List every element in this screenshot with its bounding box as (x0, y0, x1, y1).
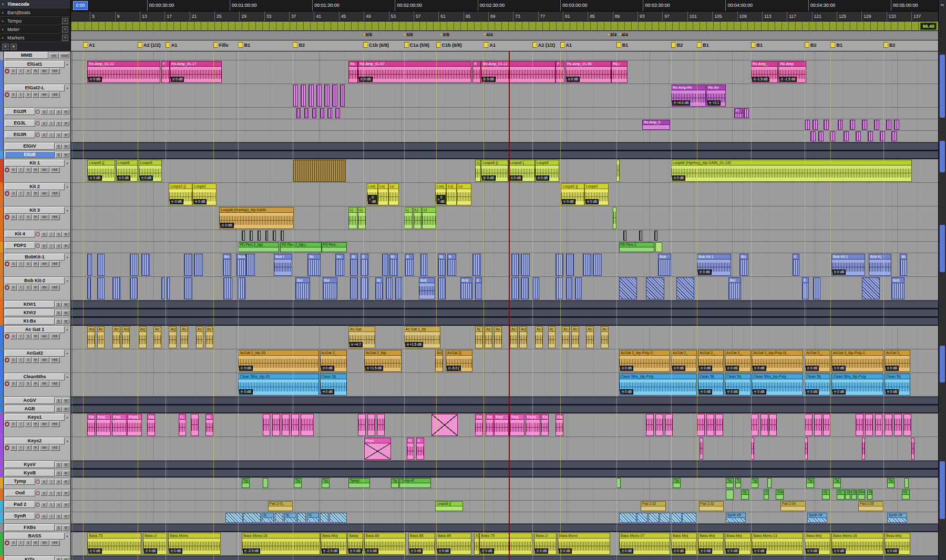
audio-clip[interactable] (361, 277, 368, 299)
track-button-s[interactable]: s (25, 357, 32, 363)
audio-clip[interactable]: Ac ( (112, 326, 120, 348)
timecode-ruler[interactable]: 0:00 00:00:30:0000:01:00:0000:01:30:0000… (71, 0, 938, 12)
add-markers-button[interactable]: + (62, 35, 68, 41)
audio-clip[interactable] (886, 120, 891, 130)
automation-read-button[interactable]: red (50, 214, 60, 220)
track-name[interactable]: ElGat2-L (5, 85, 65, 91)
mute-button[interactable]: M (63, 319, 69, 324)
track-name[interactable]: KtVr2 (5, 309, 55, 316)
track-name[interactable]: KITs (5, 556, 55, 560)
track-button-i[interactable]: i (17, 68, 24, 74)
audio-clip[interactable]: Tymp| (348, 478, 370, 488)
record-enable-button[interactable] (5, 215, 9, 220)
audio-clip[interactable] (273, 231, 276, 241)
track-button-i[interactable]: i (48, 109, 55, 115)
track-options-icon[interactable]: ▾ (65, 534, 69, 538)
marker-flag[interactable]: B1 (751, 42, 763, 48)
audio-clip[interactable] (751, 438, 755, 460)
audio-clip[interactable] (297, 513, 306, 523)
track-name[interactable]: Kit 4 (5, 231, 35, 237)
audio-clip[interactable]: Loops20 dB (584, 183, 609, 205)
audio-clip[interactable] (263, 414, 271, 436)
audio-clip[interactable] (813, 120, 818, 130)
expand-icon[interactable]: ▸ (2, 19, 6, 23)
audio-clip[interactable]: Bo (223, 254, 232, 276)
audio-clip[interactable] (623, 231, 626, 241)
track-lane-kysb[interactable] (71, 469, 938, 478)
audio-clip[interactable] (316, 85, 322, 107)
audio-clip[interactable] (575, 277, 582, 299)
audio-clip[interactable]: E| (474, 533, 479, 555)
track-button-i[interactable]: i (48, 514, 55, 519)
audio-clip[interactable]: Lo (457, 183, 471, 205)
audio-clip[interactable] (511, 254, 519, 276)
track-name[interactable]: BASS (5, 533, 65, 540)
audio-clip[interactable] (511, 277, 519, 299)
vertical-scrollbar[interactable] (938, 51, 946, 560)
track-name[interactable]: EIGB (5, 151, 55, 158)
audio-clip[interactable]: B (447, 254, 456, 276)
track-name[interactable]: ElGat1 (5, 61, 65, 68)
marker-flag[interactable]: B1 (616, 42, 629, 48)
track-button-s[interactable]: s (55, 109, 62, 115)
mute-button[interactable]: M (63, 557, 69, 560)
track-button-s[interactable]: s (55, 491, 62, 496)
audio-clip[interactable] (616, 478, 621, 488)
audio-clip[interactable]: Ac ( (562, 326, 570, 348)
audio-clip[interactable] (660, 513, 670, 523)
audio-clip[interactable]: AcGat 2_bip-Poly-0(0 dB (752, 350, 803, 372)
audio-clip[interactable]: Bass-Mono0 dB (168, 533, 221, 555)
track-lane-agb[interactable] (71, 405, 938, 413)
audio-clip[interactable] (304, 108, 309, 118)
track-options-icon[interactable]: ▾ (65, 161, 69, 165)
ruler-row-meter[interactable]: ▸Meter+ (0, 25, 70, 34)
track-name[interactable]: EG2R (5, 108, 35, 115)
audio-clip[interactable] (715, 414, 723, 436)
track-view-selector[interactable]: wv (39, 167, 49, 173)
audio-clip[interactable] (275, 513, 284, 523)
record-enable-button[interactable] (36, 514, 40, 518)
audio-clip[interactable]: Ac C (601, 326, 609, 348)
audio-clip[interactable] (350, 277, 358, 299)
automation-read-button[interactable]: red (50, 68, 60, 74)
track-name[interactable]: ElGtV (5, 143, 55, 150)
track-name[interactable]: Kit 2 (5, 183, 65, 190)
audio-clip[interactable]: Ac Gat+4.7 (348, 326, 375, 348)
audio-clip[interactable]: Ou| (845, 490, 850, 500)
track-button-o[interactable]: o (40, 132, 47, 138)
track-button-s[interactable]: s (55, 479, 62, 484)
audio-clip[interactable] (161, 277, 165, 299)
audio-clip[interactable]: C| (837, 490, 845, 500)
audio-clip[interactable] (340, 85, 345, 107)
audio-clip[interactable]: Loops50 dB (535, 160, 559, 182)
track-button-m[interactable]: m (63, 479, 69, 484)
track-button-s[interactable]: s (25, 381, 32, 387)
record-enable-button[interactable] (36, 480, 40, 484)
track-name[interactable]: Tymp (5, 478, 35, 485)
audio-clip[interactable]: B| (350, 254, 358, 276)
audio-clip[interactable]: Re-Amp_01-120 dB (87, 61, 160, 83)
audio-clip[interactable]: Synth riff (807, 513, 827, 523)
track-button-o[interactable]: o (10, 261, 17, 267)
track-button-o[interactable]: o (40, 502, 47, 507)
track-button-i[interactable]: i (48, 243, 55, 248)
track-button-m[interactable]: m (32, 357, 39, 363)
audio-clip[interactable]: F (556, 61, 564, 83)
audio-clip[interactable] (856, 414, 863, 436)
audio-clip[interactable] (377, 414, 385, 436)
track-lane-kit-4[interactable] (71, 230, 938, 242)
audio-clip[interactable]: Ac| (122, 326, 130, 348)
record-enable-button[interactable] (5, 262, 9, 266)
audio-clip[interactable] (894, 120, 899, 130)
audio-clip[interactable]: L| (475, 160, 481, 182)
audio-clip[interactable]: Clean 5t|0 dB (885, 374, 911, 396)
audio-clip[interactable] (850, 120, 855, 130)
track-name[interactable]: Bob Kit-2 (5, 277, 65, 284)
audio-clip[interactable]: Ac ( (180, 326, 188, 348)
track-button-o[interactable]: o (40, 232, 47, 237)
track-options-icon[interactable]: ▾ (65, 328, 69, 331)
audio-clip[interactable]: Clean 5ths_bip-Poly0 dB (619, 374, 697, 396)
audio-clip[interactable] (874, 120, 879, 130)
track-button-o[interactable]: o (10, 167, 17, 173)
track-name[interactable]: PDP2 (5, 242, 35, 249)
